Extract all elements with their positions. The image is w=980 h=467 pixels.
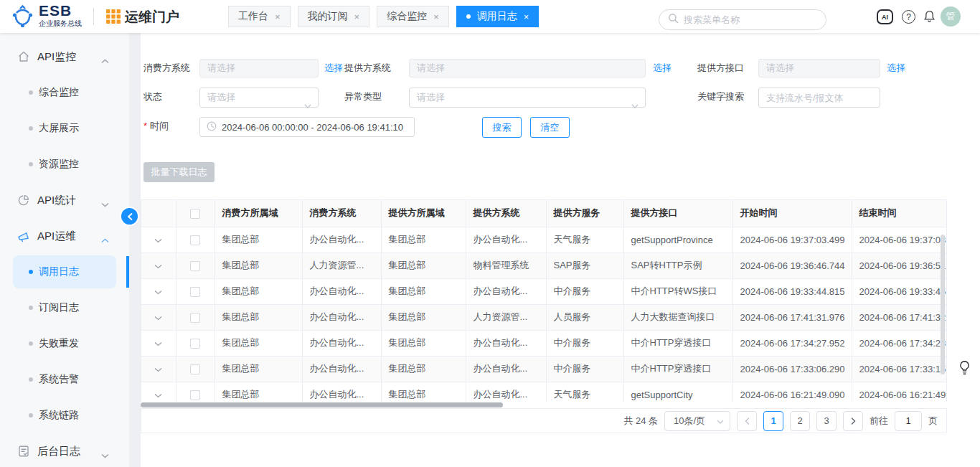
table-horizontal-scrollbar[interactable] — [141, 402, 503, 407]
tab-comprehensive-monitor[interactable]: 综合监控 × — [377, 6, 449, 27]
cell-end-time: 2024-06-06 19:33:45. — [852, 278, 946, 304]
row-expand-icon[interactable] — [154, 341, 162, 346]
search-icon — [668, 13, 679, 27]
menu-search-box[interactable] — [659, 9, 826, 30]
sidebar-item-label: 订阅日志 — [39, 301, 79, 314]
sidebar-group-label: 后台日志 — [37, 445, 80, 458]
clear-button[interactable]: 清空 — [530, 117, 570, 138]
cell-start-time: 2024-06-06 17:34:27.952 — [732, 330, 852, 356]
table-vertical-scrollbar[interactable] — [941, 235, 945, 374]
cell-end-time: 2024-06-06 17:33:15. — [852, 356, 946, 382]
tab-my-subscriptions[interactable]: 我的订阅 × — [298, 6, 370, 27]
sidebar-item-resource-monitor[interactable]: 资源监控 — [0, 146, 129, 182]
next-page-button[interactable] — [843, 411, 863, 431]
sidebar-item-failure-resend[interactable]: 失败重发 — [0, 326, 129, 362]
goto-label: 前往 — [870, 415, 888, 428]
search-button[interactable]: 搜索 — [482, 117, 522, 138]
sidebar-group-api-statistics[interactable]: API统计 — [0, 182, 129, 218]
row-checkbox[interactable] — [190, 287, 200, 297]
provider-system-picker[interactable]: 请选择 — [409, 59, 646, 77]
keyword-search-input[interactable] — [758, 88, 880, 108]
page-button-1[interactable]: 1 — [763, 411, 783, 431]
sidebar-item-label: 大屏展示 — [39, 122, 79, 135]
row-expand-icon[interactable] — [154, 316, 162, 321]
sidebar-group-label: API监控 — [37, 50, 76, 64]
chevron-down-icon — [101, 448, 109, 461]
batch-download-button[interactable]: 批量下载日志 — [143, 162, 215, 182]
row-expand-icon[interactable] — [154, 393, 162, 398]
active-item-indicator — [126, 256, 129, 288]
cell-consumer-system: 办公自动化... — [302, 227, 381, 253]
cell-provider-interface: getSupportProvince — [623, 227, 732, 253]
page-size-value: 10条/页 — [674, 415, 705, 428]
provider-interface-select-link[interactable]: 选择 — [887, 59, 905, 77]
row-expand-icon[interactable] — [154, 290, 162, 295]
log-table: 消费方所属域 消费方系统 提供方所属域 提供方系统 提供方服务 提供方接口 开始… — [141, 200, 946, 402]
tab-close-icon[interactable]: × — [433, 12, 439, 22]
goto-page-input[interactable] — [895, 411, 922, 431]
tab-close-icon[interactable]: × — [275, 12, 281, 22]
row-checkbox[interactable] — [190, 339, 200, 349]
page-size-select[interactable]: 10条/页 — [664, 411, 730, 431]
page-button-3[interactable]: 3 — [816, 411, 837, 431]
row-checkbox[interactable] — [190, 235, 200, 245]
log-table-card: 消费方所属域 消费方系统 提供方所属域 提供方系统 提供方服务 提供方接口 开始… — [141, 199, 947, 402]
exception-type-select[interactable]: 请选择 — [409, 88, 646, 108]
table-row: 集团总部 办公自动化... 集团总部 办公自动化... 中介服务 中介HTTP转… — [141, 278, 946, 304]
select-all-checkbox[interactable] — [190, 209, 200, 219]
cell-end-time: 2024-06-06 17:34:28. — [852, 330, 946, 356]
sidebar-item-label: 系统链路 — [39, 409, 79, 422]
pie-chart-icon — [17, 194, 30, 207]
user-avatar[interactable]: 管 — [941, 6, 961, 27]
status-label: 状态 — [143, 88, 162, 106]
notification-bell-icon[interactable] — [923, 9, 936, 27]
sidebar-collapse-button[interactable] — [121, 208, 138, 225]
select-all-header — [176, 200, 215, 227]
consumer-system-label: 消费方系统 — [143, 59, 190, 77]
provider-interface-picker[interactable]: 请选择 — [758, 59, 880, 77]
row-checkbox[interactable] — [190, 261, 200, 271]
prev-page-button[interactable] — [737, 411, 757, 431]
tab-workbench[interactable]: 工作台 × — [228, 6, 291, 27]
cell-provider-interface: SAP转HTTP示例 — [623, 253, 732, 278]
provider-system-select-link[interactable]: 选择 — [653, 59, 672, 77]
consumer-system-picker[interactable]: 请选择 — [199, 59, 319, 77]
help-icon[interactable]: ? — [902, 10, 915, 24]
sidebar-group-api-monitor[interactable]: API监控 — [0, 39, 129, 75]
cell-provider-system: 物料管理系统 — [466, 253, 546, 278]
row-checkbox[interactable] — [190, 364, 200, 374]
row-checkbox[interactable] — [190, 390, 200, 400]
cell-consumer-domain: 集团总部 — [215, 227, 302, 253]
sidebar-item-big-screen[interactable]: 大屏展示 — [0, 110, 129, 146]
time-range-picker[interactable]: 2024-06-06 00:00:00 - 2024-06-06 19:41:1… — [199, 117, 415, 137]
sidebar-item-call-logs[interactable]: 调用日志 — [13, 255, 116, 288]
lightbulb-icon[interactable] — [958, 360, 971, 379]
sidebar-item-system-links[interactable]: 系统链路 — [0, 397, 129, 433]
sidebar-item-comprehensive-monitor[interactable]: 综合监控 — [0, 75, 129, 110]
table-header-row: 消费方所属域 消费方系统 提供方所属域 提供方系统 提供方服务 提供方接口 开始… — [141, 200, 946, 227]
row-expand-icon[interactable] — [154, 238, 162, 243]
sidebar-group-api-operations[interactable]: API运维 — [0, 218, 129, 254]
page-button-2[interactable]: 2 — [790, 411, 810, 431]
tab-call-logs[interactable]: 调用日志 × — [456, 6, 540, 27]
sidebar-item-system-alerts[interactable]: 系统告警 — [0, 362, 129, 397]
sidebar-item-subscription-logs[interactable]: 订阅日志 — [0, 290, 129, 326]
sidebar-group-backend-logs[interactable]: 后台日志 — [0, 433, 129, 467]
cell-provider-service: 中介服务 — [546, 330, 623, 356]
chevron-up-icon — [101, 54, 109, 66]
ai-assistant-icon[interactable]: AI — [877, 9, 893, 24]
tab-close-icon[interactable]: × — [354, 12, 360, 22]
menu-search-input[interactable] — [684, 14, 817, 25]
cell-provider-domain: 集团总部 — [381, 356, 466, 382]
bullet-icon — [29, 126, 33, 131]
document-icon — [17, 445, 30, 458]
column-header: 提供方服务 — [546, 200, 623, 227]
row-checkbox[interactable] — [190, 313, 200, 323]
row-expand-icon[interactable] — [154, 367, 162, 372]
tab-close-icon[interactable]: × — [524, 12, 529, 22]
status-select[interactable]: 请选择 — [199, 88, 319, 108]
chevron-down-icon — [717, 415, 724, 426]
consumer-system-select-link[interactable]: 选择 — [324, 59, 343, 77]
cell-start-time: 2024-06-06 17:33:06.290 — [732, 356, 852, 382]
row-expand-icon[interactable] — [154, 264, 162, 269]
